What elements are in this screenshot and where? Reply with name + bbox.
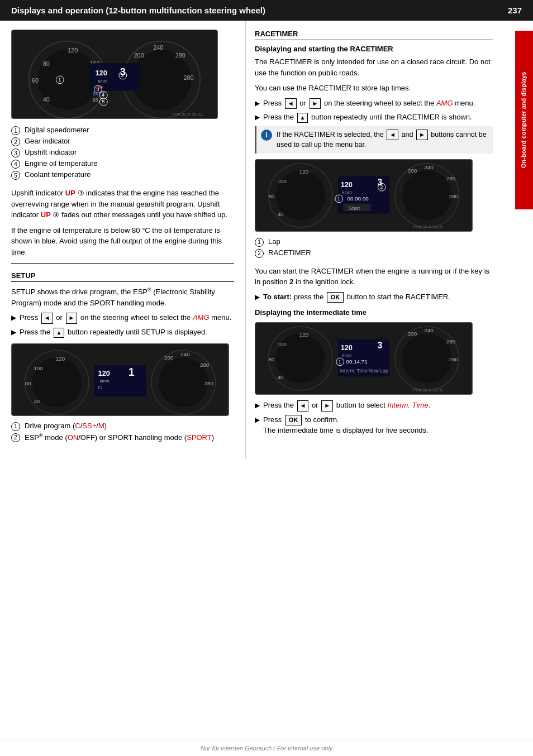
svg-text:40: 40 (34, 398, 40, 404)
item-num: 4 (11, 160, 20, 169)
dashboard-image-top: 80 60 40 120 160 200 240 280 280 120 km/… (11, 30, 218, 119)
bullet-text: Press the ◄ or ► button to select Interm… (263, 400, 493, 411)
list-item: 1 Digital speedometer (11, 126, 234, 135)
left-button-icon: ◄ (387, 130, 398, 140)
list-item: 5 Coolant temperature (11, 170, 234, 180)
bullet-arrow-icon: ▶ (255, 113, 260, 122)
footer: Nur für internen Gebrauch / For internal… (0, 740, 533, 756)
svg-text:80: 80 (43, 60, 50, 67)
svg-text:280: 280 (446, 175, 456, 181)
svg-text:00:14:71: 00:14:71 (346, 358, 367, 365)
racetimer-body3: You can start the RACETIMER when the eng… (255, 266, 493, 288)
list-item: 3 Upshift indicator (11, 148, 234, 157)
svg-text:280: 280 (183, 74, 193, 81)
bullet-text: Press the ▲ button repeatedly until SETU… (20, 327, 234, 338)
list-item: 1 Lap (255, 237, 493, 247)
info-icon: i (261, 130, 272, 141)
bullet-arrow-icon: ▶ (255, 99, 260, 108)
intermediate-heading: Displaying the intermediate time (255, 308, 493, 317)
svg-text:40: 40 (277, 375, 283, 381)
left-button-icon: ◄ (41, 313, 53, 323)
header-title: Displays and operation (12-button multif… (11, 6, 265, 15)
svg-text:P54.32-9 30-31: P54.32-9 30-31 (413, 224, 444, 229)
page-number: 237 (508, 6, 522, 15)
ok-button-icon: OK (327, 292, 344, 303)
svg-text:280: 280 (449, 356, 459, 362)
item-num: 1 (11, 126, 20, 135)
item-label: Upshift indicator (25, 148, 77, 156)
svg-text:km/h: km/h (342, 190, 352, 195)
bullet-arrow-icon: ▶ (255, 293, 260, 302)
svg-text:5: 5 (102, 99, 104, 104)
setup-dashboard-image: 100 80 40 120 200 240 280 280 120 km/h 1 (11, 343, 229, 416)
svg-text:1: 1 (339, 359, 341, 365)
bullet-arrow-icon: ▶ (11, 313, 16, 323)
svg-text:3: 3 (96, 87, 99, 92)
right-button-icon: ► (66, 313, 78, 323)
svg-text:240: 240 (153, 44, 163, 51)
svg-text:4: 4 (102, 92, 104, 98)
svg-text:1: 1 (58, 77, 61, 83)
body-paragraph-oil: If the engine oil temperature is below 8… (11, 225, 234, 258)
svg-text:40: 40 (277, 211, 283, 217)
svg-text:Start: Start (348, 204, 360, 210)
info-text: If the RACETIMER is selected, the ◄ and … (277, 130, 488, 150)
svg-text:P54.32-9 12-31: P54.32-9 12-31 (413, 387, 444, 393)
svg-text:3: 3 (378, 178, 383, 187)
setup-heading: SETUP (11, 271, 234, 282)
bullet-text: Press ◄ or ► on the steering wheel to se… (263, 98, 493, 109)
bullet-arrow-icon: ▶ (11, 328, 16, 337)
svg-text:280: 280 (204, 380, 214, 386)
item-label: Digital speedometer (25, 126, 89, 134)
svg-text:120: 120 (98, 369, 110, 377)
svg-text:km/h: km/h (98, 79, 107, 84)
svg-text:New Lap: New Lap (369, 368, 388, 374)
svg-text:120: 120 (68, 47, 78, 54)
info-box: i If the RACETIMER is selected, the ◄ an… (255, 126, 493, 154)
bullet-text: Press OK to confirm. The intermediate ti… (263, 415, 493, 436)
svg-text:100: 100 (34, 365, 43, 371)
racetimer-subheading: Displaying and starting the RACETIMER (255, 45, 493, 53)
svg-text:P54.32-9 28-31: P54.32-9 28-31 (173, 112, 203, 117)
body-paragraph-upshift: Upshift indicator UP ③ indicates that th… (11, 188, 234, 221)
svg-text:120: 120 (341, 343, 353, 352)
svg-text:280: 280 (200, 362, 210, 368)
svg-text:km/h: km/h (100, 379, 110, 384)
svg-text:3: 3 (378, 341, 383, 350)
svg-text:200: 200 (164, 354, 174, 360)
svg-text:200: 200 (408, 167, 417, 173)
right-button-icon: ► (416, 130, 428, 140)
setup-body: SETUP shows the drive program, the ESP® … (11, 286, 234, 308)
item-label: RACETIMER (268, 248, 311, 257)
bullet-text: Press the ▲ button repeatedly until the … (263, 112, 493, 123)
svg-point-58 (402, 170, 452, 220)
item-label: Gear indicator (25, 137, 70, 145)
right-button-icon: ► (310, 98, 321, 109)
svg-text:120: 120 (299, 168, 309, 174)
list-item: 2 ESP® mode (ON/OFF) or SPORT handling m… (11, 433, 234, 442)
item-label: Coolant temperature (25, 170, 91, 179)
svg-text:1: 1 (337, 196, 340, 202)
list-item: 2 Gear indicator (11, 137, 234, 146)
to-start-bullet: ▶ To start: press the OK button to start… (255, 292, 493, 303)
item-num: 5 (11, 171, 20, 180)
svg-text:Interm. Time: Interm. Time (340, 368, 368, 374)
svg-text:100: 100 (277, 342, 287, 348)
right-column: RACETIMER Displaying and starting the RA… (246, 21, 515, 459)
setup-bullet-1: ▶ Press ◄ or ► on the steering wheel to … (11, 313, 234, 323)
svg-text:60: 60 (32, 77, 39, 84)
item-num: 2 (11, 433, 20, 442)
svg-text:80: 80 (269, 193, 275, 199)
bullet-arrow-icon: ▶ (255, 415, 260, 425)
item-label: Engine oil temperature (25, 159, 98, 168)
setup-component-list: 1 Drive program (C/SS+/M) 2 ESP® mode (O… (11, 422, 234, 442)
svg-text:200: 200 (408, 331, 417, 337)
svg-text:120: 120 (341, 180, 353, 189)
left-button-icon: ◄ (297, 400, 309, 411)
bullet-text: Press ◄ or ► on the steering wheel to se… (20, 313, 234, 323)
up-button-icon: ▲ (54, 328, 65, 338)
svg-text:100: 100 (277, 178, 287, 184)
page-header: Displays and operation (12-button multif… (0, 0, 533, 21)
main-content: 80 60 40 120 160 200 240 280 280 120 km/… (0, 21, 533, 459)
racetimer-dashboard-image: 100 80 40 120 200 240 280 280 120 km/h 1 (255, 159, 473, 232)
